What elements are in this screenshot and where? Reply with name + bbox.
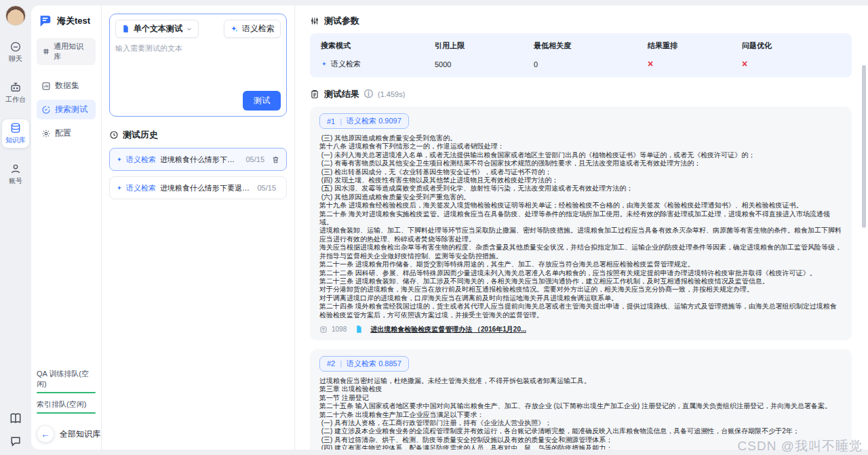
rail-item-label: 工作台: [5, 95, 26, 104]
param-header: 最低相关度: [534, 41, 648, 51]
app-logo: [38, 14, 53, 28]
scrollbar-thumb[interactable]: [862, 65, 866, 228]
result-card-2: #2 | 语义检索 0.8857 过境粮食应当密封运输，杜绝撒漏。未经主管海关批…: [310, 349, 852, 450]
main-card: 海关test 通用知识库 数据集 搜索测试: [31, 5, 868, 450]
rail-item-workbench[interactable]: 工作台: [2, 79, 29, 107]
history-item[interactable]: 语义检索 进境粮食什么情形下要退运或销毁? 05/15: [109, 176, 287, 199]
app-rail: 聊天 工作台 知识库 账号: [0, 0, 31, 455]
param-header: 问题优化: [742, 41, 841, 51]
results-time: (1.459s): [378, 90, 405, 98]
result-badge: #2 | 语义检索 0.8857: [319, 356, 409, 372]
dataset-icon: [41, 81, 51, 91]
kb-type-tag: 通用知识库: [37, 38, 96, 65]
back-to-all-kb-button[interactable]: ← 全部知识库: [37, 425, 96, 443]
kb-title: 海关test: [57, 15, 90, 27]
rail-item-label: 知识库: [5, 136, 26, 145]
results-title: 测试结果: [324, 88, 359, 100]
file-icon: [355, 325, 363, 334]
history-title: 测试历史: [123, 129, 158, 141]
clock-icon: [109, 130, 119, 140]
results-panel: 测试参数 搜索模式 引用上限 最低相关度 结果重排 问题优化 语义检索 5000…: [295, 5, 868, 450]
result-text: (三) 其他原因造成粮食质量安全受到危害的。 第十八条 进境粮食有下列情形之一的…: [319, 134, 842, 319]
sparkle-icon: [321, 60, 328, 68]
avatar[interactable]: [5, 5, 26, 26]
user-icon: [9, 163, 22, 175]
info-icon[interactable]: ⓘ: [364, 88, 373, 100]
kb-sidebar: 海关test 通用知识库 数据集 搜索测试: [31, 5, 102, 450]
rail-item-knowledge-base[interactable]: 知识库: [2, 119, 29, 148]
rail-item-chat[interactable]: 聊天: [2, 38, 29, 66]
params-title: 测试参数: [324, 15, 359, 27]
param-question-opt-disabled: ×: [742, 59, 841, 69]
test-input-box: 单个文本测试 语义检索 测试: [109, 14, 287, 117]
grid-icon: [42, 47, 50, 56]
clipboard-icon: [310, 90, 319, 99]
sliders-icon: [310, 16, 319, 26]
database-icon: [9, 122, 22, 134]
param-header: 搜索模式: [321, 41, 435, 51]
param-rerank-disabled: ×: [648, 59, 742, 69]
sidebar-item-search-test[interactable]: 搜索测试: [37, 100, 96, 119]
result-text: 过境粮食应当密封运输，杜绝撒漏。未经主管海关批准，不得开拆包装或者卸离运输工具。…: [319, 377, 842, 450]
param-search-mode: 语义检索: [321, 59, 435, 69]
document-icon: [121, 24, 130, 33]
gear-icon: [41, 129, 51, 138]
result-card-1: #1 | 语义检索 0.9097 (三) 其他原因造成粮食质量安全受到危害的。 …: [310, 106, 852, 340]
rail-item-label: 聊天: [9, 54, 22, 64]
docs-book-icon[interactable]: [9, 412, 22, 425]
rail-item-label: 账号: [9, 176, 22, 186]
source-file-link[interactable]: 进出境粮食检验检疫监督管理办法 （2016年1月20...: [370, 325, 526, 334]
result-badge: #1 | 语义检索 0.9097: [319, 113, 409, 129]
param-min-relevance: 0: [534, 59, 648, 69]
sidebar-item-dataset[interactable]: 数据集: [37, 76, 96, 96]
delete-history-icon[interactable]: [271, 155, 280, 164]
sparkle-icon: [230, 24, 239, 33]
test-mode-dropdown[interactable]: 单个文本测试: [115, 20, 199, 38]
index-queue-bar: [37, 412, 96, 414]
feedback-icon[interactable]: [9, 435, 22, 448]
arrow-left-icon: ←: [37, 425, 54, 443]
param-header: 结果重排: [648, 41, 742, 51]
params-table: 搜索模式 引用上限 最低相关度 结果重排 问题优化 语义检索 5000 0 × …: [310, 33, 852, 77]
search-type-button[interactable]: 语义检索: [224, 20, 281, 38]
param-header: 引用上限: [435, 41, 534, 51]
run-test-button[interactable]: 测试: [243, 91, 281, 111]
history-item[interactable]: 语义检索 进境粮食什么情形下要退运或销毁? 05/15: [109, 148, 287, 171]
sparkle-icon: [116, 156, 123, 163]
sparkle-icon: [116, 184, 123, 192]
param-quote-limit: 5000: [435, 59, 534, 69]
test-panel: 单个文本测试 语义检索 测试 测试历史: [102, 5, 295, 450]
test-text-input[interactable]: [115, 43, 281, 91]
robot-icon: [9, 81, 22, 94]
qa-queue-status: QA 训练排队(空闲): [37, 369, 96, 393]
sidebar-item-config[interactable]: 配置: [37, 123, 96, 143]
qa-queue-bar: [37, 392, 96, 393]
chevron-down-icon: [186, 26, 193, 33]
index-queue-status: 索引排队(空闲): [37, 399, 96, 414]
chat-icon: [9, 41, 22, 53]
token-count: 1098: [332, 325, 347, 333]
search-test-icon: [41, 105, 51, 115]
rail-item-account[interactable]: 账号: [2, 160, 29, 189]
token-count-icon: [319, 325, 328, 334]
